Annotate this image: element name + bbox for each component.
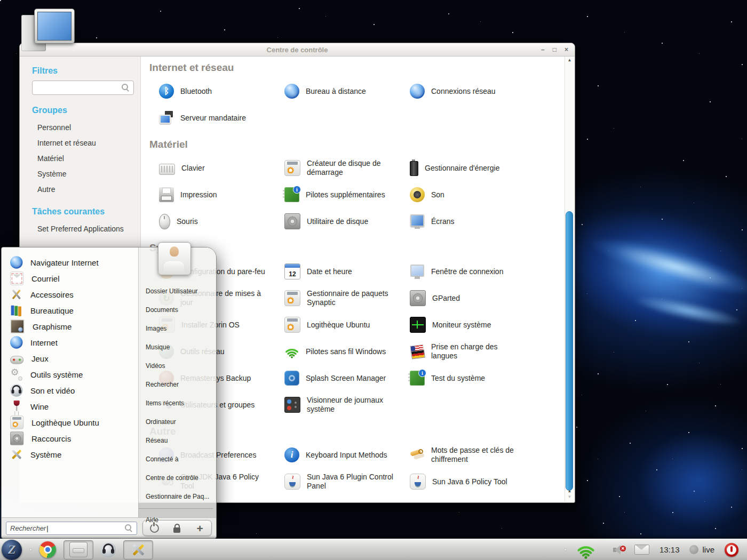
menu-place-r-seau[interactable]: Réseau: [146, 431, 213, 450]
scroll-up-button[interactable]: ▲: [565, 57, 574, 63]
control-item-gestionnaire-d-nergie[interactable]: Gestionnaire d'énergie: [410, 157, 556, 179]
power-icon: [150, 524, 159, 533]
log-viewer-icon: [284, 397, 300, 413]
control-item-prise-en-charge-des-langues[interactable]: Prise en charge des langues: [410, 340, 556, 363]
control-item-cr-ateur-de-disque-de-d-marrage[interactable]: Créateur de disque de démarrage: [284, 157, 410, 179]
menu-place-items-r-cents[interactable]: Items récents: [146, 394, 213, 412]
control-item-sun-java-6-plugin-control-panel[interactable]: Sun Java 6 Plugin Control Panel: [284, 470, 410, 493]
cd-headphones-icon: [10, 384, 23, 397]
monitor-icon: [410, 214, 425, 229]
control-item-sun-java-6-policy-tool[interactable]: Sun Java 6 Policy Tool: [410, 470, 556, 493]
mute-badge-icon: ✕: [620, 546, 626, 551]
control-item-bluetooth[interactable]: Bluetooth: [159, 80, 284, 102]
menu-item-internet[interactable]: Internet: [8, 334, 138, 350]
menu-item-label: Système: [30, 450, 61, 459]
search-icon: [122, 84, 130, 92]
zorin-menu-button[interactable]: [2, 540, 22, 560]
control-item-keyboard-input-methods[interactable]: Keyboard Input Methods: [284, 444, 410, 466]
user-avatar[interactable]: [158, 242, 191, 275]
control-item-splash-screen-manager[interactable]: Splash Screen Manager: [284, 367, 410, 389]
control-item-mots-de-passe-et-cl-s-de-chiffrement[interactable]: Mots de passe et clés de chiffrement: [410, 444, 556, 466]
control-item-bureau-distance[interactable]: Bureau à distance: [284, 80, 410, 102]
menu-place-vid-os[interactable]: Vidéos: [146, 356, 213, 375]
live-session-indicator[interactable]: live: [689, 545, 714, 554]
control-item-test-du-syst-me[interactable]: Test du système: [410, 367, 556, 389]
menu-item-syst-me[interactable]: Système: [8, 446, 138, 462]
control-item-pilotes-sans-fil-windows[interactable]: Pilotes sans fil Windows: [284, 340, 410, 363]
session-more-button[interactable]: +: [192, 522, 208, 534]
window-titlebar[interactable]: Centre de contrôle – □ ×: [20, 43, 575, 57]
control-item-moniteur-syst-me[interactable]: Moniteur système: [410, 314, 556, 336]
control-item-crans[interactable]: Écrans: [410, 210, 556, 233]
scrollbar-thumb[interactable]: [566, 211, 573, 491]
maximize-button[interactable]: □: [553, 46, 557, 53]
menu-item-jeux[interactable]: Jeux: [8, 350, 138, 366]
control-item-gestionnaire-de-paquets-synaptic[interactable]: Gestionnaire de paquets Synaptic: [284, 287, 410, 309]
control-item-gparted[interactable]: GParted: [410, 287, 556, 309]
control-item-visionneur-de-journaux-syst-me[interactable]: Visionneur de journaux système: [284, 394, 410, 416]
control-item-label: Pilotes sans fil Windows: [306, 347, 386, 356]
menu-place-gestionnaire-de-paq[interactable]: Gestionnaire de Paq...: [146, 487, 213, 506]
media-player-launcher[interactable]: [101, 542, 116, 557]
control-item-clavier[interactable]: Clavier: [159, 157, 284, 179]
menu-item-wine[interactable]: Wine: [8, 398, 138, 414]
java-icon: [410, 474, 426, 490]
menu-place-dossier-utilisateur[interactable]: Dossier Utilisateur: [146, 282, 213, 300]
file-manager-launcher[interactable]: [63, 540, 93, 559]
clock[interactable]: 13:13: [659, 545, 680, 554]
menu-item-navigateur-internet[interactable]: Navigateur Internet: [8, 254, 138, 270]
menu-search-input[interactable]: Rechercher|: [6, 522, 137, 535]
menu-place-connect[interactable]: Connecté à: [146, 450, 213, 468]
sidebar-task-set-preferred-applications[interactable]: Set Preferred Applications: [32, 221, 134, 237]
wifi-tray-icon[interactable]: [577, 541, 595, 559]
control-item-utilitaire-de-disque[interactable]: Utilitaire de disque: [284, 210, 410, 233]
volume-muted-tray-icon[interactable]: ✕: [613, 544, 624, 556]
menu-place-rechercher[interactable]: Rechercher: [146, 375, 213, 394]
sidebar-group-syst-me[interactable]: Système: [32, 166, 134, 182]
control-item-logith-que-ubuntu[interactable]: Logithèque Ubuntu: [284, 314, 410, 336]
scroll-down-button[interactable]: ▼: [565, 494, 574, 500]
control-item-label: Clavier: [181, 164, 205, 173]
menu-place-documents[interactable]: Documents: [146, 300, 213, 319]
menu-item-courriel[interactable]: Courriel: [8, 270, 138, 286]
menu-item-son-et-vid-o[interactable]: Son et vidéo: [8, 382, 138, 398]
menu-place-ordinateur[interactable]: Ordinateur: [146, 412, 213, 431]
control-item-impression[interactable]: Impression: [159, 183, 284, 206]
menu-item-graphisme[interactable]: Graphisme: [8, 318, 138, 334]
speaker-icon: [410, 187, 425, 202]
control-item-connexions-r-seau[interactable]: Connexions réseau: [410, 80, 556, 102]
control-item-pilotes-suppl-mentaires[interactable]: Pilotes supplémentaires: [284, 183, 410, 206]
sidebar-group-internet-et-r-seau[interactable]: Internet et réseau: [32, 135, 134, 151]
sidebar-group-personnel[interactable]: Personnel: [32, 120, 134, 135]
control-item-souris[interactable]: Souris: [159, 210, 284, 233]
scrollbar[interactable]: ▲ ▲ ▼: [565, 57, 574, 502]
sidebar-group-autre[interactable]: Autre: [32, 182, 134, 197]
control-item-fen-tre-de-connexion[interactable]: Fenêtre de connexion: [410, 260, 556, 283]
control-item-label: Splash Screen Manager: [306, 374, 386, 383]
menu-place-images[interactable]: Images: [146, 319, 213, 338]
mail-tray-icon[interactable]: [634, 545, 649, 555]
menu-place-centre-de-contr-le[interactable]: Centre de contrôle: [146, 468, 213, 487]
scroll-up-button-bottom[interactable]: ▲: [565, 488, 574, 494]
menu-item-raccourcis[interactable]: Raccourcis: [8, 430, 138, 446]
control-item-serveur-mandataire[interactable]: Serveur mandataire: [159, 107, 284, 129]
menu-item-outils-syst-me[interactable]: Outils système: [8, 366, 138, 382]
filter-search-input[interactable]: [32, 81, 134, 95]
tasks-list: Set Preferred Applications: [32, 221, 134, 237]
menu-item-logith-que-ubuntu[interactable]: Logithèque Ubuntu: [8, 414, 138, 430]
shutdown-tray-button[interactable]: [725, 543, 738, 557]
control-item-date-et-heure[interactable]: Date et heure: [284, 260, 410, 283]
menu-item-bureautique[interactable]: Bureautique: [8, 302, 138, 318]
lock-screen-button[interactable]: [169, 522, 185, 534]
sidebar-group-mat-riel[interactable]: Matériel: [32, 151, 134, 166]
shutdown-button[interactable]: [146, 522, 162, 534]
desktop: Centre de contrôle – □ × Filtres Groupes…: [0, 0, 747, 560]
close-button[interactable]: ×: [565, 46, 568, 53]
system-tools-launcher[interactable]: [123, 540, 153, 559]
menu-place-musique[interactable]: Musique: [146, 338, 213, 356]
minimize-button[interactable]: –: [541, 46, 545, 53]
chrome-launcher[interactable]: [39, 541, 56, 558]
control-item-son[interactable]: Son: [410, 183, 556, 206]
menu-item-accessoires[interactable]: Accessoires: [8, 286, 138, 302]
computer-desktop-icon[interactable]: [21, 5, 75, 52]
